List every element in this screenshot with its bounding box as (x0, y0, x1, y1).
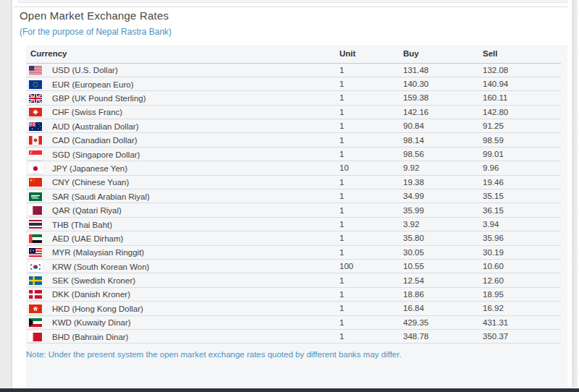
table-row: CHF (Swiss Franc)1142.16142.80 (26, 105, 561, 119)
unit-cell: 1 (335, 91, 399, 105)
currency-cell: DKK (Danish Kroner) (26, 287, 335, 301)
page-subtitle: (For the purpose of Nepal Rastra Bank) (20, 27, 172, 37)
buy-rate-cell: 9.92 (399, 161, 478, 175)
flag-jp-icon (29, 164, 42, 173)
section-divider (14, 7, 568, 7)
buy-rate-cell: 12.54 (399, 273, 478, 287)
table-row: EUR (European Euro)1140.30140.94 (26, 77, 561, 90)
flag-dk-icon (29, 290, 42, 299)
currency-label: USD (U.S. Dollar) (52, 66, 118, 74)
unit-cell: 1 (335, 231, 399, 245)
exchange-rates-panel: Currency Unit Buy Sell USD (U.S. Dollar)… (26, 45, 567, 388)
flag-qa-icon (29, 206, 42, 215)
sell-rate-cell: 12.60 (478, 273, 561, 287)
sell-rate-cell: 99.01 (478, 147, 561, 161)
currency-label: KRW (South Korean Won) (52, 263, 149, 271)
buy-rate-cell: 429.35 (399, 315, 478, 329)
sell-rate-cell: 35.96 (478, 231, 561, 245)
currency-label: EUR (European Euro) (52, 80, 134, 89)
previous-section-remnant (18, 0, 567, 3)
buy-rate-cell: 35.99 (399, 203, 478, 217)
sell-rate-cell: 19.46 (478, 175, 561, 189)
unit-cell: 1 (335, 77, 399, 90)
currency-cell: SEK (Swedish Kroner) (26, 273, 335, 287)
table-row: THB (Thai Baht)13.923.94 (26, 217, 561, 231)
currency-label: SGD (Singapore Dollar) (52, 150, 140, 159)
table-row: HKD (Hong Kong Dollar)116.8416.92 (26, 302, 561, 315)
flag-kw-icon (29, 318, 42, 327)
flag-sg-icon (29, 150, 42, 159)
currency-cell: BHD (Bahrain Dinar) (26, 329, 335, 343)
currency-label: AED (UAE Dirham) (52, 234, 123, 243)
sell-rate-cell: 91.25 (478, 119, 561, 133)
table-row: SGD (Singapore Dollar)198.5699.01 (26, 147, 561, 161)
flag-hk-icon (29, 304, 42, 313)
buy-rate-cell: 30.05 (399, 245, 478, 259)
exchange-rates-table: Currency Unit Buy Sell USD (U.S. Dollar)… (26, 45, 561, 344)
table-row: BHD (Bahrain Dinar)1348.78350.37 (26, 329, 561, 343)
currency-cell: THB (Thai Baht) (26, 217, 335, 231)
unit-cell: 1 (335, 133, 399, 147)
currency-cell: EUR (European Euro) (26, 77, 335, 90)
flag-cn-icon (29, 178, 42, 187)
flag-kr-icon (29, 263, 42, 271)
currency-label: KWD (Kuwaity Dinar) (52, 318, 131, 327)
buy-rate-cell: 34.99 (399, 189, 478, 203)
currency-label: MYR (Malaysian Ringgit) (52, 248, 144, 257)
currency-label: THB (Thai Baht) (52, 220, 112, 229)
flag-gb-icon (29, 94, 42, 103)
flag-sa-icon (29, 192, 42, 201)
buy-rate-cell: 18.86 (399, 287, 478, 301)
unit-cell: 1 (335, 175, 399, 189)
flag-se-icon (29, 276, 42, 285)
currency-cell: KRW (South Korean Won) (26, 259, 335, 273)
buy-rate-cell: 159.38 (399, 91, 478, 105)
sell-rate-cell: 35.15 (478, 189, 561, 203)
currency-cell: AUD (Australian Dollar) (26, 119, 335, 133)
sell-rate-cell: 10.60 (478, 259, 561, 273)
rates-tbody: USD (U.S. Dollar)1131.48132.08EUR (Europ… (26, 63, 561, 344)
table-row: KRW (South Korean Won)10010.5510.60 (26, 259, 561, 273)
unit-cell: 1 (335, 203, 399, 217)
footer-top-band (0, 388, 579, 392)
sell-rate-cell: 3.94 (478, 217, 561, 231)
sell-rate-cell: 132.08 (478, 63, 561, 77)
flag-ca-icon (29, 136, 42, 145)
buy-rate-cell: 140.30 (399, 77, 478, 90)
sell-rate-cell: 18.95 (478, 287, 561, 301)
currency-label: SAR (Saudi Arabian Riyal) (52, 192, 150, 201)
flag-ae-icon (29, 234, 42, 243)
currency-cell: CHF (Swiss Franc) (26, 105, 335, 119)
table-row: KWD (Kuwaity Dinar)1429.35431.31 (26, 315, 561, 329)
currency-label: CNY (Chinese Yuan) (52, 178, 129, 187)
currency-cell: MYR (Malaysian Ringgit) (26, 245, 335, 259)
sell-rate-cell: 16.92 (478, 302, 561, 315)
sell-rate-cell: 36.15 (478, 203, 561, 217)
unit-cell: 1 (335, 287, 399, 301)
table-row: AED (UAE Dirham)135.8035.96 (26, 231, 561, 245)
currency-label: SEK (Swedish Kroner) (52, 276, 135, 285)
sell-rate-cell: 431.31 (478, 315, 561, 329)
flag-th-icon (29, 220, 42, 229)
currency-label: BHD (Bahrain Dinar) (52, 333, 128, 341)
buy-rate-cell: 142.16 (399, 105, 478, 119)
buy-rate-cell: 90.84 (399, 119, 478, 133)
currency-cell: CNY (Chinese Yuan) (26, 175, 335, 189)
unit-cell: 10 (335, 161, 399, 175)
sell-rate-cell: 350.37 (478, 329, 561, 343)
table-row: SAR (Saudi Arabian Riyal)134.9935.15 (26, 189, 561, 203)
currency-label: JPY (Japanese Yen) (52, 164, 127, 173)
currency-label: AUD (Australian Dollar) (52, 122, 139, 131)
currency-label: CHF (Swiss Franc) (52, 108, 122, 116)
page-title: Open Market Exchange Rates (20, 9, 169, 22)
column-header-buy: Buy (399, 45, 478, 63)
table-row: AUD (Australian Dollar)190.8491.25 (26, 119, 561, 133)
currency-cell: SAR (Saudi Arabian Riyal) (26, 189, 335, 203)
currency-cell: USD (U.S. Dollar) (26, 63, 335, 77)
unit-cell: 1 (335, 147, 399, 161)
vertical-scrollbar[interactable] (572, 0, 578, 388)
currency-cell: SGD (Singapore Dollar) (26, 147, 335, 161)
currency-label: DKK (Danish Kroner) (52, 290, 130, 299)
flag-bh-icon (29, 333, 42, 341)
table-row: CAD (Canadian Dollar)198.1498.59 (26, 133, 561, 147)
